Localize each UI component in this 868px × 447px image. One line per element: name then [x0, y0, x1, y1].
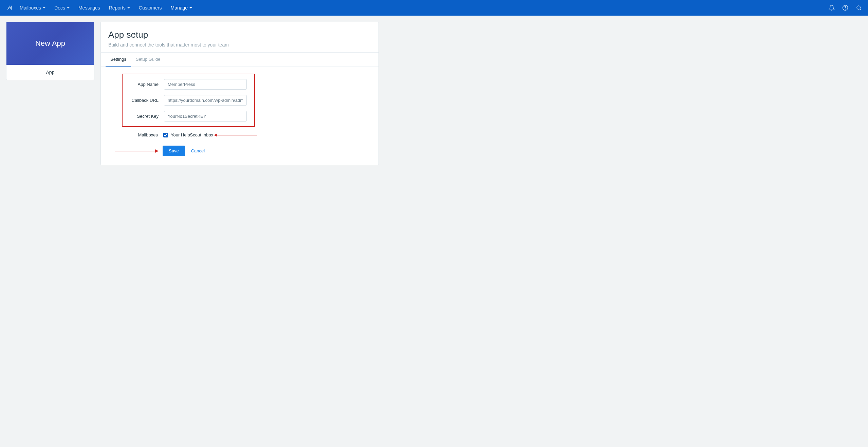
nav-items-group: Mailboxes Docs Messages Reports Customer…: [20, 5, 201, 11]
svg-line-3: [860, 9, 861, 10]
tab-settings[interactable]: Settings: [106, 53, 131, 67]
annotation-arrow-icon: [217, 135, 257, 135]
highlighted-fields-box: App Name Callback URL Secret Key: [122, 74, 255, 127]
chevron-down-icon: [189, 7, 192, 8]
nav-item-mailboxes[interactable]: Mailboxes: [20, 5, 45, 11]
nav-label: Customers: [139, 5, 162, 11]
nav-item-messages[interactable]: Messages: [78, 5, 100, 11]
panel-tabs: Settings Setup Guide: [101, 52, 378, 67]
content-area: New App App App setup Build and connect …: [0, 16, 868, 171]
svg-point-2: [857, 6, 861, 10]
form-row-callback-url: Callback URL: [127, 95, 247, 106]
search-icon[interactable]: [856, 5, 862, 11]
nav-label: Messages: [78, 5, 100, 11]
main-panel: App setup Build and connect the tools th…: [100, 22, 379, 165]
sidebar-hero: New App: [6, 22, 94, 65]
svg-point-1: [845, 9, 846, 9]
callback-url-input[interactable]: [164, 95, 247, 106]
mailbox-checkbox[interactable]: [163, 133, 168, 137]
nav-item-manage[interactable]: Manage: [170, 5, 192, 11]
save-button[interactable]: Save: [163, 146, 185, 156]
page-subtitle: Build and connect the tools that matter …: [108, 42, 371, 48]
form-row-secret-key: Secret Key: [127, 111, 247, 122]
help-icon[interactable]: [842, 5, 848, 11]
nav-item-customers[interactable]: Customers: [139, 5, 162, 11]
sidebar-tab-app[interactable]: App: [6, 65, 94, 80]
button-row: Save Cancel: [115, 146, 371, 156]
annotation-arrow-icon: [115, 151, 156, 151]
sidebar-hero-title: New App: [35, 39, 65, 48]
app-name-input[interactable]: [164, 79, 247, 90]
nav-label: Mailboxes: [20, 5, 41, 11]
page-title: App setup: [108, 30, 371, 40]
mailboxes-row: Mailboxes Your HelpScout Inbox: [127, 132, 371, 137]
chevron-down-icon: [67, 7, 70, 8]
nav-item-docs[interactable]: Docs: [54, 5, 70, 11]
chevron-down-icon: [43, 7, 45, 8]
tab-setup-guide[interactable]: Setup Guide: [131, 53, 165, 67]
nav-label: Reports: [109, 5, 126, 11]
secret-key-label: Secret Key: [127, 114, 164, 119]
callback-url-label: Callback URL: [127, 98, 164, 103]
nav-item-reports[interactable]: Reports: [109, 5, 130, 11]
panel-header: App setup Build and connect the tools th…: [101, 22, 378, 52]
app-name-label: App Name: [127, 82, 164, 87]
chevron-down-icon: [127, 7, 130, 8]
mailbox-option-label: Your HelpScout Inbox: [171, 132, 213, 137]
secret-key-input[interactable]: [164, 111, 247, 122]
form-block: App Name Callback URL Secret Key Mailbox…: [101, 67, 378, 165]
helpscout-logo-icon[interactable]: [6, 4, 13, 11]
form-row-app-name: App Name: [127, 79, 247, 90]
nav-label: Manage: [170, 5, 188, 11]
mailboxes-label: Mailboxes: [127, 132, 163, 137]
top-navigation: Mailboxes Docs Messages Reports Customer…: [0, 0, 868, 16]
nav-label: Docs: [54, 5, 65, 11]
cancel-button[interactable]: Cancel: [191, 148, 205, 153]
app-sidebar-card: New App App: [6, 22, 94, 80]
notifications-icon[interactable]: [829, 5, 835, 11]
